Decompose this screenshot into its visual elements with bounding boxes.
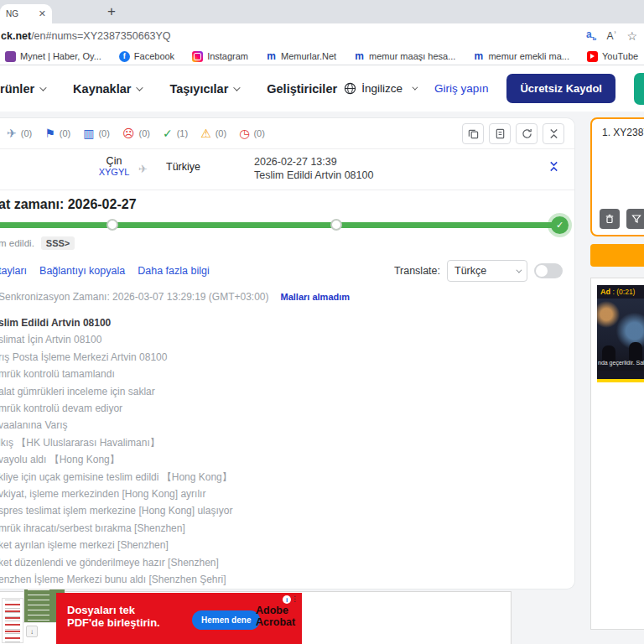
status-text: m edildi.	[0, 238, 34, 248]
document-icon	[495, 128, 506, 139]
package-icon: ▥	[83, 127, 94, 139]
new-tab-button[interactable]: +	[107, 3, 116, 20]
translate-language-select[interactable]: Türkçe	[447, 260, 527, 282]
tracking-event: spres teslimat işlem merkezine [Hong Kon…	[0, 502, 535, 519]
bookmarks-bar: Mynet | Haber, Oy...FacebookInstagramMem…	[0, 48, 644, 65]
copy-link-link[interactable]: Bağlantıyı kopyala	[39, 265, 125, 277]
ad-download-tag: ↓	[26, 626, 38, 637]
status-filter[interactable]: ▥(0)	[83, 127, 110, 139]
bookmark-item[interactable]: Instagram	[192, 51, 248, 62]
bookmark-item[interactable]: YouTube	[587, 51, 638, 62]
status-filter[interactable]: ⚠(0)	[200, 127, 226, 139]
status-filter[interactable]: ⚑(0)	[44, 127, 70, 139]
translate-selected-value: Türkçe	[454, 265, 486, 277]
mynet-icon	[5, 51, 16, 62]
report-button[interactable]	[489, 123, 511, 144]
globe-icon	[344, 82, 356, 95]
status-filter[interactable]: ✓(1)	[163, 127, 188, 139]
bookmark-item[interactable]: Mynet | Haber, Oy...	[5, 51, 101, 62]
url-path: /en#nums=XY2387350663YQ	[31, 30, 170, 42]
chevron-down-icon	[233, 84, 240, 91]
address-bar[interactable]: ck.net/en#nums=XY2387350663YQ aъ Aʾ ☆	[0, 23, 644, 48]
sync-time-text: Senkronizasyon Zamanı: 2026-03-07 13:29:…	[0, 291, 269, 303]
translate-page-icon[interactable]: aъ	[586, 29, 597, 42]
bookmark-label: Mynet | Haber, Oy...	[20, 51, 101, 61]
bottom-banner-ad[interactable]: ↓ Dosyaları tek PDF'de birleştirin. Heme…	[0, 591, 512, 644]
bookmark-item[interactable]: memur maaşı hesa...	[354, 51, 455, 62]
collapse-icon	[548, 128, 559, 139]
video-ad-player[interactable]: Ad : (0:21) nda geçerlidir. Salla	[597, 285, 644, 382]
tab-close-icon[interactable]: ✕	[39, 8, 46, 19]
delivery-date-heading: at zamanı: 2026-02-27	[0, 197, 137, 212]
ad-headline: Dosyaları tek PDF'de birleştirin.	[67, 604, 160, 629]
tracking-event: ket ayrılan işleme merkezi [Shenzhen]	[0, 537, 535, 553]
not-received-link[interactable]: Malları almadım	[281, 292, 351, 302]
tracking-number-value: 1. XY2387	[592, 119, 644, 138]
ad-label: Ad : (0:21)	[600, 288, 635, 296]
faq-badge[interactable]: SSS>	[41, 236, 75, 250]
login-link[interactable]: Giriş yapın	[434, 82, 489, 95]
filter-button[interactable]	[626, 209, 644, 229]
track-submit-button[interactable]	[590, 244, 644, 267]
adobe-acrobat-logo: Adobe Acrobat	[256, 605, 295, 628]
facebook-icon	[119, 51, 130, 62]
status-filter[interactable]: ✈(0)	[7, 127, 32, 139]
collapse-all-button[interactable]	[543, 123, 564, 144]
adchoices-info-icon[interactable]: i	[283, 595, 291, 604]
chevron-down-icon	[137, 84, 143, 91]
nav-item-rnler[interactable]: rünler	[0, 82, 44, 96]
refresh-button[interactable]	[516, 123, 538, 144]
browser-tab[interactable]: NG ✕	[0, 4, 52, 23]
memur-maas-icon	[354, 51, 365, 62]
ad-options-icon[interactable]: ⋮	[291, 595, 299, 603]
chevron-down-icon	[412, 85, 418, 91]
favorite-star-icon[interactable]: ☆	[626, 29, 637, 43]
tracking-event: alat gümrükleri inceleme için saklar	[0, 383, 535, 400]
tracking-number-input[interactable]: 1. XY2387	[590, 117, 644, 236]
filter-count: (0)	[60, 128, 70, 138]
language-selector[interactable]: İngilizce	[344, 82, 416, 95]
adobe-ad-banner[interactable]: Dosyaları tek PDF'de birleştirin. Hemen …	[56, 593, 302, 644]
nav-item-kaynaklar[interactable]: Kaynaklar	[73, 82, 141, 96]
tracking-result-card: ✈(0)⚑(0)▥(0)☹(0)✓(1)⚠(0)◷(0) Çin XYGYL ✈…	[0, 117, 575, 589]
collapse-card-button[interactable]	[548, 161, 559, 172]
signup-button[interactable]: Ücretsiz Kaydol	[506, 74, 615, 103]
copy-button[interactable]	[462, 123, 484, 144]
toolbar-buttons	[462, 123, 564, 144]
nav-item-gelitiriciler[interactable]: Geliştiriciler	[267, 82, 337, 96]
instagram-icon	[192, 51, 203, 62]
delete-button[interactable]	[600, 209, 620, 229]
status-filter[interactable]: ◷(0)	[239, 127, 265, 139]
bookmark-label: memur emekli ma...	[488, 51, 569, 61]
read-aloud-icon[interactable]: Aʾ	[606, 30, 616, 42]
more-info-link[interactable]: Daha fazla bilgi	[138, 265, 209, 277]
bookmark-item[interactable]: memur emekli ma...	[473, 51, 569, 62]
bookmark-item[interactable]: Facebook	[119, 51, 174, 62]
sidebar-ad-panel[interactable]: Ad : (0:21) nda geçerlidir. Salla	[590, 278, 644, 630]
ad-cta-button[interactable]: Hemen dene	[192, 610, 260, 630]
translate-toggle[interactable]	[534, 263, 563, 278]
nav-item-tayclar[interactable]: Taşıyıcılar	[169, 82, 238, 96]
track-cta-button[interactable]	[634, 73, 644, 105]
trash-icon	[605, 214, 615, 224]
ad-caption: nda geçerlidir. Salla	[598, 360, 644, 366]
tracking-event: enzhen İşleme Merkezi bunu aldı [Shenzhe…	[0, 571, 535, 588]
chevron-down-icon	[516, 267, 522, 273]
plane-icon: ✈	[7, 127, 17, 139]
carrier-link[interactable]: XYGYL	[96, 167, 132, 177]
shipment-summary-row[interactable]: Çin XYGYL ✈ Türkiye 2026-02-27 13:39 Tes…	[0, 150, 574, 190]
video-progress-bar	[597, 379, 644, 382]
collapse-icon	[548, 161, 559, 172]
details-link[interactable]: tayları	[0, 265, 27, 277]
filter-count: (0)	[21, 128, 32, 138]
bookmark-label: Facebook	[134, 51, 174, 61]
ad-doc-thumbnail	[2, 598, 23, 643]
latest-event-block: 2026-02-27 13:39 Teslim Edildi Artvin 08…	[254, 155, 373, 182]
latest-event-status: Teslim Edildi Artvin 08100	[254, 169, 373, 182]
bookmark-item[interactable]: Memurlar.Net	[266, 51, 336, 62]
bookmark-label: Memurlar.Net	[281, 51, 336, 61]
tracking-event: rış Posta İşleme Merkezi Artvin 08100	[0, 349, 535, 366]
tracking-event: mrük kontrolü tamamlandı	[0, 366, 535, 382]
status-filter[interactable]: ☹(0)	[122, 127, 150, 139]
video-ad-thumbnail: nda geçerlidir. Salla	[597, 299, 644, 371]
